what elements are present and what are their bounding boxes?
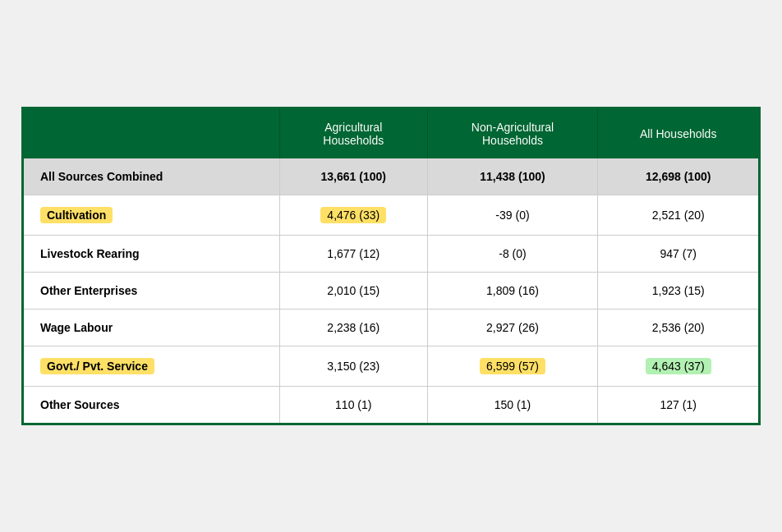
cell-label-wage-labour: Wage Labour — [24, 310, 279, 346]
col-header-agri: AgriculturalHouseholds — [279, 109, 427, 158]
cell-all-livestock: 947 (7) — [598, 236, 758, 273]
cell-nonagri-all-sources: 11,438 (100) — [427, 158, 598, 195]
highlight-label-govt-service: Govt./ Pvt. Service — [40, 358, 154, 374]
col-header-empty — [24, 109, 279, 158]
cell-agri-govt-service: 3,150 (23) — [279, 346, 427, 387]
highlight-agri-cultivation: 4,476 (33) — [320, 207, 386, 223]
cell-nonagri-other-enterprises: 1,809 (16) — [427, 273, 598, 310]
cell-all-other-sources: 127 (1) — [598, 387, 758, 424]
cell-nonagri-other-sources: 150 (1) — [427, 387, 598, 424]
cell-label-other-enterprises: Other Enterprises — [24, 273, 279, 310]
table-row-govt-service: Govt./ Pvt. Service3,150 (23)6,599 (57)4… — [24, 346, 758, 387]
table-row-cultivation: Cultivation4,476 (33)-39 (0)2,521 (20) — [24, 195, 758, 236]
cell-nonagri-cultivation: -39 (0) — [427, 195, 598, 236]
cell-agri-livestock: 1,677 (12) — [279, 236, 427, 273]
table-row-livestock: Livestock Rearing1,677 (12)-8 (0)947 (7) — [24, 236, 758, 273]
cell-agri-other-enterprises: 2,010 (15) — [279, 273, 427, 310]
cell-label-livestock: Livestock Rearing — [24, 236, 279, 273]
cell-agri-cultivation: 4,476 (33) — [279, 195, 427, 236]
cell-nonagri-govt-service: 6,599 (57) — [427, 346, 598, 387]
cell-all-cultivation: 2,521 (20) — [598, 195, 758, 236]
table-row-wage-labour: Wage Labour2,238 (16)2,927 (26)2,536 (20… — [24, 310, 758, 346]
table-row-all-sources: All Sources Combined13,661 (100)11,438 (… — [24, 158, 758, 195]
cell-all-wage-labour: 2,536 (20) — [598, 310, 758, 346]
cell-label-all-sources: All Sources Combined — [24, 158, 279, 195]
cell-agri-other-sources: 110 (1) — [279, 387, 427, 424]
cell-nonagri-wage-labour: 2,927 (26) — [427, 310, 598, 346]
cell-all-all-sources: 12,698 (100) — [598, 158, 758, 195]
data-table: AgriculturalHouseholds Non-AgriculturalH… — [21, 107, 761, 425]
cell-all-other-enterprises: 1,923 (15) — [598, 273, 758, 310]
cell-agri-wage-labour: 2,238 (16) — [279, 310, 427, 346]
cell-label-cultivation: Cultivation — [24, 195, 279, 236]
table-header-row: AgriculturalHouseholds Non-AgriculturalH… — [24, 109, 758, 158]
table-row-other-sources: Other Sources110 (1)150 (1)127 (1) — [24, 387, 758, 424]
table-row-other-enterprises: Other Enterprises2,010 (15)1,809 (16)1,9… — [24, 273, 758, 310]
col-header-nonagri: Non-AgriculturalHouseholds — [427, 109, 598, 158]
cell-all-govt-service: 4,643 (37) — [598, 346, 758, 387]
cell-nonagri-livestock: -8 (0) — [427, 236, 598, 273]
highlight-nonagri-govt-service: 6,599 (57) — [480, 358, 545, 374]
cell-label-other-sources: Other Sources — [24, 387, 279, 424]
cell-label-govt-service: Govt./ Pvt. Service — [24, 346, 279, 387]
highlight-label-cultivation: Cultivation — [40, 207, 113, 223]
cell-agri-all-sources: 13,661 (100) — [279, 158, 427, 195]
col-header-all: All Households — [598, 109, 758, 158]
highlight-all-govt-service: 4,643 (37) — [646, 358, 711, 374]
